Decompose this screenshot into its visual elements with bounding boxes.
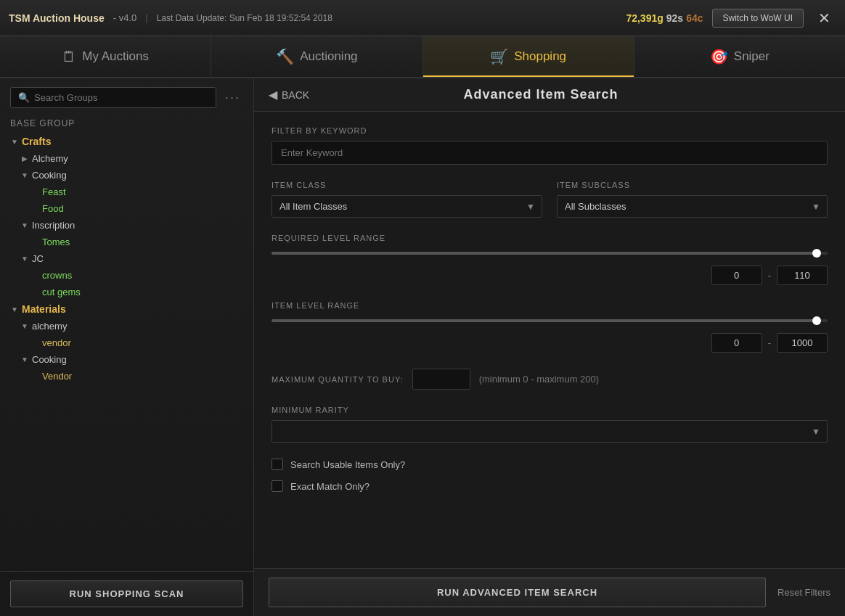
item-class-section: ITEM CLASS All Item Classes Weapon Armor… (272, 181, 542, 218)
reset-filters-button[interactable]: Reset Filters (777, 587, 830, 598)
search-box[interactable]: 🔍 Search Groups (10, 87, 216, 108)
shopping-icon: 🛒 (490, 48, 508, 65)
max-qty-input[interactable] (412, 369, 470, 390)
sidebar-footer: RUN SHOPPING SCAN (0, 571, 253, 616)
sidebar-item-crowns[interactable]: crowns (0, 267, 253, 284)
tab-shopping-label: Shopping (514, 49, 566, 64)
sniper-icon: 🎯 (710, 48, 728, 65)
back-label: BACK (282, 89, 309, 101)
inscription-arrow (20, 221, 29, 229)
item-level-thumb[interactable] (812, 316, 821, 325)
item-level-min-input[interactable] (711, 333, 762, 353)
exact-match-checkbox[interactable] (272, 480, 283, 492)
vendor-alchemy-label: vendor (42, 337, 71, 348)
req-level-bar[interactable] (272, 248, 828, 258)
mat-cooking-arrow (20, 356, 29, 364)
mat-alchemy-arrow (20, 322, 29, 330)
sidebar-item-cooking[interactable]: Cooking (0, 167, 253, 184)
min-rarity-section: MINIMUM RARITY Poor Common Uncommon Rare… (272, 406, 828, 443)
item-subclass-section: ITEM SUBCLASS All Subclasses ▼ (557, 181, 828, 218)
right-footer: RUN ADVANCED ITEM SEARCH Reset Filters (254, 568, 845, 616)
run-shopping-scan-button[interactable]: RUN SHOPPING SCAN (10, 580, 243, 607)
tab-shopping[interactable]: 🛒 Shopping (423, 36, 634, 77)
gold-amount: 72,391g (626, 12, 663, 24)
item-level-label: ITEM LEVEL RANGE (272, 301, 828, 310)
sidebar-item-vendor-alchemy[interactable]: vendor (0, 334, 253, 351)
sidebar-item-materials[interactable]: Materials (0, 300, 253, 318)
keyword-input[interactable] (272, 141, 828, 165)
sidebar-item-food[interactable]: Food (0, 200, 253, 217)
close-button[interactable]: ✕ (812, 7, 836, 30)
min-rarity-wrapper: Poor Common Uncommon Rare Epic Legendary… (272, 420, 828, 443)
sidebar-item-mat-cooking[interactable]: Cooking (0, 351, 253, 368)
sidebar-menu-button[interactable]: ··· (222, 87, 243, 108)
app-version: - v4.0 (113, 12, 137, 23)
jc-arrow (20, 255, 29, 263)
item-level-max-input[interactable] (777, 333, 828, 353)
crowns-label: crowns (42, 270, 72, 281)
tab-my-auctions[interactable]: 🗒 My Auctions (0, 36, 211, 77)
item-class-select[interactable]: All Item Classes Weapon Armor Consumable… (272, 195, 542, 218)
materials-arrow (10, 305, 19, 313)
req-level-dash: - (768, 270, 771, 281)
tab-sniper-label: Sniper (734, 49, 770, 64)
max-qty-label: MAXIMUM QUANTITY TO BUY: (272, 375, 404, 384)
crafts-arrow (10, 138, 19, 146)
req-level-min-input[interactable]: 0 (711, 266, 762, 285)
item-class-wrapper: All Item Classes Weapon Armor Consumable… (272, 195, 542, 218)
cut-gems-label: cut gems (42, 287, 81, 297)
item-level-inputs: - (272, 333, 828, 353)
last-update: Last Data Update: Sun Feb 18 19:52:54 20… (157, 13, 332, 23)
copper-amount: 64c (686, 12, 703, 24)
main-content: 🔍 Search Groups ··· Base Group Crafts Al… (0, 78, 845, 616)
sidebar-item-feast[interactable]: Feast (0, 184, 253, 200)
req-level-max-input[interactable]: 110 (777, 266, 828, 285)
exact-match-row: Exact Match Only? (272, 480, 828, 492)
page-title: Advanced Item Search (309, 87, 772, 102)
usable-items-label: Search Usable Items Only? (290, 459, 405, 470)
back-arrow-icon: ◀ (269, 88, 277, 102)
usable-items-checkbox[interactable] (272, 459, 283, 470)
alchemy-arrow (20, 155, 29, 163)
sidebar-item-vendor-cooking[interactable]: Vendor (0, 368, 253, 385)
food-label: Food (42, 203, 64, 214)
run-advanced-search-button[interactable]: RUN ADVANCED ITEM SEARCH (269, 578, 766, 607)
tab-my-auctions-label: My Auctions (82, 49, 149, 64)
sidebar: 🔍 Search Groups ··· Base Group Crafts Al… (0, 78, 254, 616)
cooking-arrow (20, 171, 29, 179)
req-level-section: REQUIRED LEVEL RANGE 0 - 110 (272, 234, 828, 285)
item-subclass-select[interactable]: All Subclasses (557, 195, 828, 218)
sidebar-item-tomes[interactable]: Tomes (0, 234, 253, 250)
sidebar-item-cut-gems[interactable]: cut gems (0, 284, 253, 300)
switch-to-wow-ui-button[interactable]: Switch to WoW UI (712, 9, 804, 28)
tomes-label: Tomes (42, 237, 70, 247)
max-qty-hint: (minimum 0 - maximum 200) (479, 374, 599, 385)
titlebar: TSM Auction House - v4.0 | Last Data Upd… (0, 0, 845, 36)
sidebar-item-crafts[interactable]: Crafts (0, 133, 253, 150)
sidebar-item-jc[interactable]: JC (0, 250, 253, 267)
req-level-thumb[interactable] (812, 249, 821, 258)
tab-auctioning[interactable]: 🔨 Auctioning (211, 36, 422, 77)
item-level-dash: - (768, 337, 771, 348)
sidebar-item-mat-alchemy[interactable]: alchemy (0, 318, 253, 334)
right-panel: ◀ BACK Advanced Item Search FILTER BY KE… (254, 78, 845, 616)
sidebar-item-inscription[interactable]: Inscription (0, 217, 253, 234)
back-button[interactable]: ◀ BACK (269, 88, 309, 102)
item-level-bar[interactable] (272, 316, 828, 326)
search-placeholder: Search Groups (34, 92, 97, 103)
min-rarity-select[interactable]: Poor Common Uncommon Rare Epic Legendary (272, 420, 828, 443)
tab-sniper[interactable]: 🎯 Sniper (634, 36, 845, 77)
exact-match-label: Exact Match Only? (290, 481, 370, 492)
my-auctions-icon: 🗒 (62, 49, 76, 65)
req-level-fill (272, 252, 817, 255)
sidebar-search-area: 🔍 Search Groups ··· (0, 78, 253, 115)
sidebar-item-alchemy[interactable]: Alchemy (0, 150, 253, 167)
item-level-section: ITEM LEVEL RANGE - (272, 301, 828, 353)
titlebar-right: 72,391g 92s 64c Switch to WoW UI ✕ (626, 7, 836, 30)
base-group-label: Base Group (0, 115, 253, 133)
crafts-label: Crafts (22, 136, 51, 147)
gold-display: 72,391g 92s 64c (626, 12, 703, 24)
auctioning-icon: 🔨 (276, 48, 294, 65)
item-subclass-label: ITEM SUBCLASS (557, 181, 828, 189)
min-rarity-label: MINIMUM RARITY (272, 406, 828, 414)
